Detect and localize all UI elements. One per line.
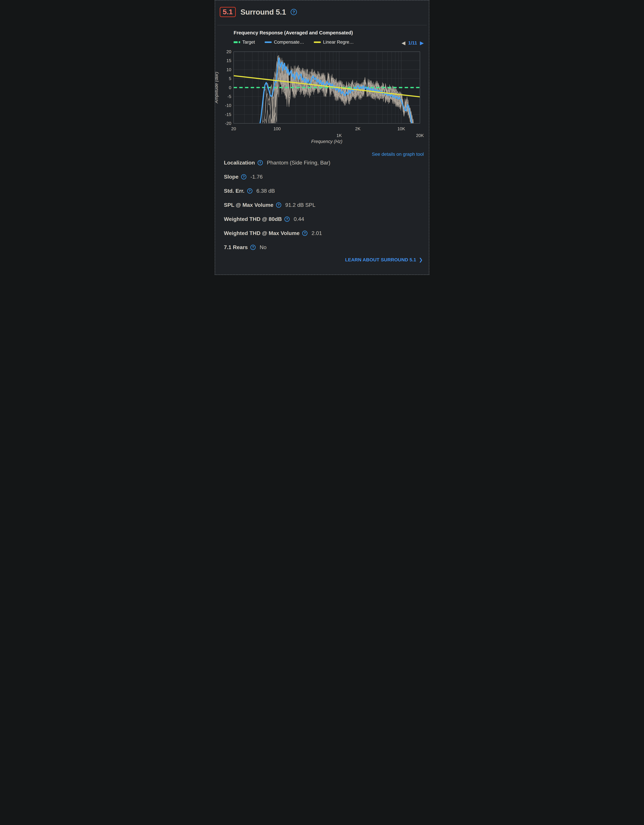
see-details-link[interactable]: See details on graph tool [372,151,424,157]
svg-text:0: 0 [229,85,231,90]
help-icon[interactable]: ? [291,9,297,15]
stat-value: 91.2 dB SPL [285,202,316,208]
svg-text:5: 5 [229,76,231,81]
svg-text:-5: -5 [227,94,231,99]
learn-about-surround-link[interactable]: LEARN ABOUT SURROUND 5.1 ❯ [345,257,423,263]
stat-value: -1.76 [250,174,263,180]
stat-label: Weighted THD @ Max Volume [224,230,299,236]
help-icon[interactable]: ? [276,202,281,208]
svg-text:-20: -20 [225,121,231,126]
stat-label: 7.1 Rears [224,244,248,250]
stat-label: Localization [224,160,255,166]
chart-title: Frequency Response (Averaged and Compens… [234,30,353,36]
svg-text:20: 20 [231,126,236,131]
surround-5-1-test-card: 5.1 Surround 5.1 ? Frequency Response (A… [215,0,429,275]
prev-graph-button[interactable]: ◀ [402,40,405,45]
legend-label: Target [242,40,255,45]
stat-label: SPL @ Max Volume [224,202,273,208]
page-title: Surround 5.1 [240,8,286,17]
help-icon[interactable]: ? [284,216,290,222]
svg-text:Frequency (Hz): Frequency (Hz) [311,139,342,144]
stat-label: Slope [224,174,239,180]
svg-text:15: 15 [226,58,231,63]
graph-pagination: ◀ 1/11 ▶ [402,40,424,46]
next-graph-button[interactable]: ▶ [420,40,424,45]
graph-page-indicator: 1/11 [408,40,417,46]
stat-label: Std. Err. [224,188,245,194]
svg-text:1K: 1K [336,133,342,138]
help-icon[interactable]: ? [257,160,263,165]
legend-item-linear-regression[interactable]: Linear Regre… [314,40,354,45]
svg-text:20: 20 [226,49,231,54]
svg-text:-10: -10 [225,103,231,108]
learn-link-label: LEARN ABOUT SURROUND 5.1 [345,257,416,263]
svg-text:2K: 2K [355,126,361,131]
stat-value: 2.01 [311,230,322,236]
stat-row-std-err: Std. Err. ? 6.38 dB [224,188,275,194]
legend-item-target[interactable]: Target [234,40,255,45]
stat-value: 0.44 [294,216,304,222]
stat-row-spl-max-volume: SPL @ Max Volume ? 91.2 dB SPL [224,202,316,208]
score-badge: 5.1 [220,7,236,17]
stat-value: Phantom (Side Firing, Bar) [267,160,330,166]
compensated-line-swatch-icon [265,42,272,43]
stat-value: No [260,244,267,250]
svg-text:-15: -15 [225,112,231,117]
legend-label: Linear Regre… [323,40,354,45]
stat-row-weighted-thd-max-volume: Weighted THD @ Max Volume ? 2.01 [224,230,322,236]
chevron-right-icon: ❯ [419,257,423,263]
frequency-response-chart: 20151050-5-10-15-20201001K2K10K20KFreque… [215,48,429,145]
stat-label: Weighted THD @ 80dB [224,216,282,222]
legend-item-compensated[interactable]: Compensate… [265,40,304,45]
stat-row-slope: Slope ? -1.76 [224,174,263,180]
test-header: 5.1 Surround 5.1 ? [220,7,297,17]
svg-text:20K: 20K [416,133,424,138]
stat-row-weighted-thd-80db: Weighted THD @ 80dB ? 0.44 [224,216,304,222]
help-icon[interactable]: ? [247,188,253,193]
help-icon[interactable]: ? [250,245,256,250]
help-icon[interactable]: ? [302,231,307,236]
header-divider [217,25,427,25]
legend-label: Compensate… [274,40,304,45]
stat-value: 6.38 dB [256,188,275,194]
svg-text:10K: 10K [397,126,405,131]
stat-row-localization: Localization ? Phantom (Side Firing, Bar… [224,160,330,166]
svg-text:100: 100 [273,126,280,131]
target-dashed-swatch-icon [234,41,240,43]
chart-legend: Target Compensate… Linear Regre… [234,40,354,45]
svg-text:Amplitude (dBr): Amplitude (dBr) [215,72,219,104]
stat-row-7-1-rears: 7.1 Rears ? No [224,244,267,250]
regression-line-swatch-icon [314,42,321,43]
svg-text:10: 10 [226,67,231,72]
help-icon[interactable]: ? [241,174,247,179]
